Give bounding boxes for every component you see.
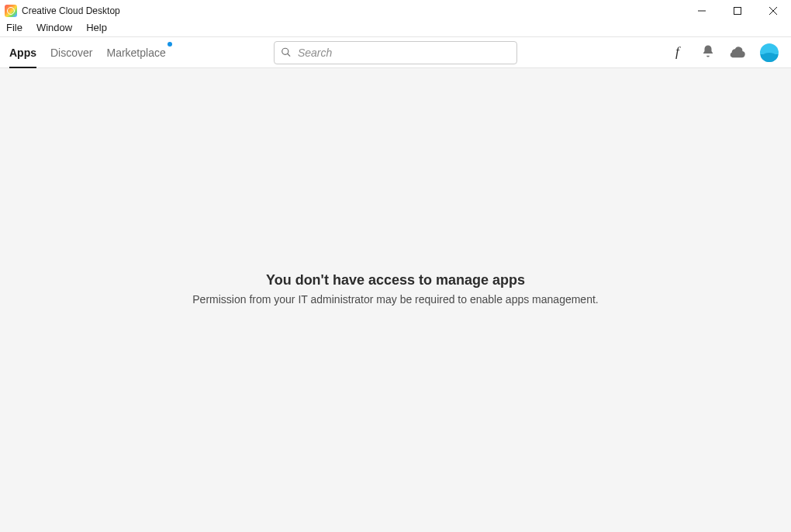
app-icon	[5, 5, 17, 17]
svg-text:f: f	[675, 44, 681, 59]
svg-rect-1	[734, 7, 741, 14]
search-container	[274, 41, 517, 64]
toolbar: Apps Discover Marketplace f	[0, 37, 791, 68]
fonts-icon: f	[672, 44, 687, 59]
avatar[interactable]	[760, 43, 779, 62]
close-button[interactable]	[755, 0, 791, 21]
maximize-button[interactable]	[720, 0, 755, 21]
search-box[interactable]	[274, 41, 517, 64]
cloud-icon	[729, 44, 746, 58]
tab-label: Apps	[9, 47, 36, 59]
svg-line-5	[288, 54, 290, 56]
tab-discover[interactable]: Discover	[50, 37, 92, 67]
minimize-icon	[698, 7, 706, 15]
menubar: File Window Help	[0, 21, 791, 37]
tab-label: Marketplace	[106, 47, 165, 59]
minimize-button[interactable]	[684, 0, 720, 21]
tab-marketplace[interactable]: Marketplace	[106, 37, 165, 67]
search-input[interactable]	[298, 47, 510, 59]
titlebar-left: Creative Cloud Desktop	[5, 5, 120, 17]
message-subtext: Permission from your IT administrator ma…	[192, 293, 598, 306]
toolbar-right-icons: f	[672, 43, 782, 62]
menu-file[interactable]: File	[5, 21, 24, 35]
fonts-button[interactable]: f	[672, 44, 687, 61]
app-title: Creative Cloud Desktop	[22, 5, 120, 16]
message-heading: You don't have access to manage apps	[266, 272, 525, 288]
tab-label: Discover	[50, 47, 92, 59]
notifications-button[interactable]	[701, 44, 715, 60]
bell-icon	[701, 44, 715, 58]
menu-help[interactable]: Help	[85, 21, 109, 35]
titlebar: Creative Cloud Desktop	[0, 0, 791, 21]
search-icon	[281, 47, 292, 58]
svg-point-4	[282, 48, 288, 54]
maximize-icon	[734, 7, 741, 15]
menu-window[interactable]: Window	[35, 21, 74, 35]
tab-apps[interactable]: Apps	[9, 37, 36, 67]
tabs: Apps Discover Marketplace	[9, 37, 166, 67]
cloud-button[interactable]	[729, 44, 746, 60]
content-area: You don't have access to manage apps Per…	[0, 68, 791, 532]
window-controls	[684, 0, 791, 21]
close-icon	[769, 7, 777, 15]
notification-dot	[168, 42, 172, 47]
